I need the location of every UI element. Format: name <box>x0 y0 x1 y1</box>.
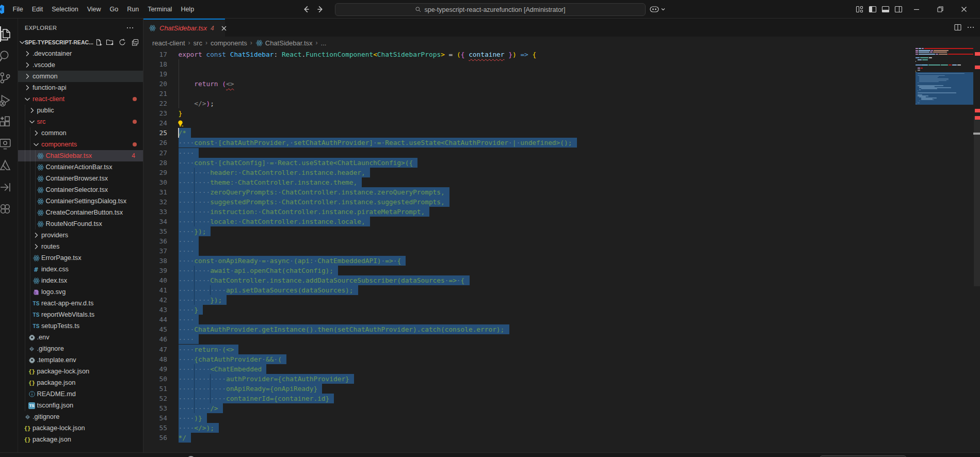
menu-go[interactable]: Go <box>105 4 123 14</box>
tree-file-tsconfig.json[interactable]: TStsconfig.json <box>18 400 143 411</box>
new-file-icon[interactable] <box>94 38 103 46</box>
code-area[interactable]: 17export const ChatSidebar: React.Functi… <box>143 50 980 457</box>
breadcrumb-item[interactable]: ... <box>321 39 327 47</box>
code-token <box>278 51 282 58</box>
titlebar-controls <box>853 0 976 18</box>
copilot-menu-button[interactable] <box>649 4 666 14</box>
chevron-down-icon <box>28 118 36 126</box>
menu-file[interactable]: File <box>8 4 27 14</box>
breadcrumb-item[interactable]: react-client <box>152 39 185 47</box>
close-button[interactable] <box>952 0 976 18</box>
tree-file-routenotfound.tsx[interactable]: RouteNotFound.tsx <box>18 218 143 230</box>
tree-file-.env[interactable]: .env <box>18 332 143 343</box>
collapse-all-icon[interactable] <box>131 38 139 46</box>
tree-file-package.json[interactable]: {}package.json <box>18 377 143 388</box>
activity-run-and-debug[interactable] <box>0 93 12 107</box>
minimap-line <box>948 54 973 55</box>
tree-file-.gitignore[interactable]: .gitignore <box>18 343 143 354</box>
tree-folder-react-client[interactable]: react-client <box>18 93 143 105</box>
breadcrumb-item[interactable]: components <box>211 39 247 47</box>
code-token: ···· <box>179 316 195 323</box>
activity-explorer[interactable] <box>0 27 12 41</box>
line-number: 28 <box>143 158 167 168</box>
tree-file-containersettingsdialog.tsx[interactable]: ContainerSettingsDialog.tsx <box>18 195 143 207</box>
menu-edit[interactable]: Edit <box>27 4 47 14</box>
menu-selection[interactable]: Selection <box>47 4 83 14</box>
tab-chatsidebar[interactable]: ChatSidebar.tsx 4 <box>143 19 225 37</box>
code-token: ········await·api.openChat(chatConfig); <box>179 267 334 274</box>
breadcrumb-item[interactable]: src <box>194 39 202 47</box>
restore-button[interactable] <box>928 0 952 18</box>
explorer-root-folder[interactable]: SPE-TYPESCRIPT-REAC... <box>18 37 143 48</box>
code-token: ) <box>206 100 210 107</box>
overview-ruler[interactable] <box>973 19 980 452</box>
tree-folder-common[interactable]: common <box>18 71 143 82</box>
scrollbar-slider[interactable] <box>974 116 980 286</box>
tree-file-index.tsx[interactable]: index.tsx <box>18 275 143 286</box>
tree-file-package-lock.json[interactable]: {}package-lock.json <box>18 422 143 434</box>
breadcrumb-item[interactable]: ChatSidebar.tsx <box>265 39 313 47</box>
line-number: 17 <box>143 50 167 59</box>
tree-file-containerbrowser.tsx[interactable]: ContainerBrowser.tsx <box>18 173 143 184</box>
tree-file-.template.env[interactable]: .template.env <box>18 354 143 366</box>
tree-folder-common[interactable]: common <box>18 127 143 139</box>
activity-extensions[interactable] <box>0 115 12 128</box>
react-icon <box>255 39 263 46</box>
explorer-more-actions-icon[interactable] <box>126 24 134 32</box>
tree-folder-components[interactable]: components <box>18 139 143 150</box>
tree-item-label: function-api <box>33 84 67 91</box>
tree-file-reportwebvitals.ts[interactable]: TSreportWebVitals.ts <box>18 309 143 320</box>
tree-folder-src[interactable]: src <box>18 116 143 127</box>
tree-file-readme.md[interactable]: README.md <box>18 388 143 400</box>
tree-item-label: .gitignore <box>37 345 64 352</box>
command-center-search[interactable]: spe-typescript-react-azurefunction [Admi… <box>335 3 646 16</box>
tree-file-containerselector.tsx[interactable]: ContainerSelector.tsx <box>18 184 143 195</box>
tree-folder-function-api[interactable]: function-api <box>18 82 143 93</box>
tree-folder-providers[interactable]: providers <box>18 230 143 241</box>
tree-file-package-lock.json[interactable]: {}package-lock.json <box>18 366 143 377</box>
tree-file-chatsidebar.tsx[interactable]: ChatSidebar.tsx4 <box>18 150 143 161</box>
tree-folder-routes[interactable]: routes <box>18 241 143 252</box>
menu-run[interactable]: Run <box>123 4 143 14</box>
menu-help[interactable]: Help <box>176 4 199 14</box>
toggle-sidebar-icon[interactable] <box>869 5 877 13</box>
menu-terminal[interactable]: Terminal <box>143 4 176 14</box>
tree-file-logo.svg[interactable]: logo.svg <box>18 286 143 298</box>
toggle-panel-icon[interactable] <box>881 5 890 13</box>
lightbulb-icon[interactable] <box>176 120 184 127</box>
activity-source-control[interactable] <box>0 71 12 85</box>
code-line-38: ····const·onApiReady·=·async·(api:·ChatE… <box>179 256 401 266</box>
activity-azure[interactable] <box>0 158 12 172</box>
customize-layout-icon[interactable] <box>856 5 864 13</box>
back-arrow-icon[interactable] <box>301 5 311 14</box>
tree-folder-.vscode[interactable]: .vscode <box>18 59 143 71</box>
close-tab-icon[interactable] <box>220 24 228 32</box>
activity-remote-explorer[interactable] <box>0 137 12 150</box>
tree-file-setuptests.ts[interactable]: TSsetupTests.ts <box>18 320 143 332</box>
refresh-icon[interactable] <box>118 38 126 46</box>
new-folder-icon[interactable] <box>106 38 114 46</box>
minimap-line <box>921 68 923 69</box>
toggle-secondary-sidebar-icon[interactable] <box>894 5 903 13</box>
tree-file-react-app-env.d.ts[interactable]: TSreact-app-env.d.ts <box>18 298 143 309</box>
whitespace-dots: · <box>218 346 222 353</box>
tree-file-createcontainerbutton.tsx[interactable]: CreateContainerButton.tsx <box>18 207 143 218</box>
tree-file-index.css[interactable]: #index.css <box>18 264 143 275</box>
tree-file-containeractionbar.tsx[interactable]: ContainerActionBar.tsx <box>18 161 143 173</box>
activity-teams-toolkit[interactable] <box>0 202 12 216</box>
minimize-button[interactable] <box>905 0 928 18</box>
tree-folder-.devcontainer[interactable]: .devcontainer <box>18 48 143 59</box>
tree-folder-public[interactable]: public <box>18 105 143 116</box>
forward-arrow-icon[interactable] <box>316 5 325 14</box>
activity-search[interactable] <box>0 50 12 63</box>
tree-file-errorpage.tsx[interactable]: ErrorPage.tsx <box>18 252 143 264</box>
menu-view[interactable]: View <box>83 4 105 14</box>
code-token: ············authProvider={chatAuthProvid… <box>179 375 349 383</box>
minimap-line <box>918 70 921 71</box>
menu-bar: FileEditSelectionViewGoRunTerminalHelp <box>8 0 199 18</box>
minimap[interactable] <box>915 19 973 452</box>
tree-file-.gitignore[interactable]: .gitignore <box>18 411 143 422</box>
tree-file-package.json[interactable]: {}package.json <box>18 434 143 445</box>
line-number: 56 <box>143 433 167 443</box>
activity-deploy[interactable] <box>0 181 12 194</box>
